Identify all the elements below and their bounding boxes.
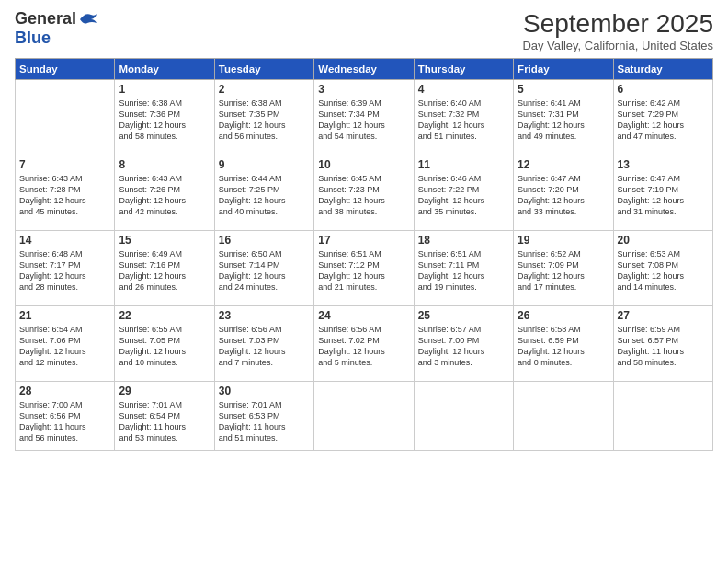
- cell-0-0: [16, 80, 115, 155]
- day-num-22: 22: [119, 309, 210, 322]
- cell-4-2: 30Sunrise: 7:01 AM Sunset: 6:53 PM Dayli…: [214, 382, 313, 451]
- day-num-20: 20: [618, 234, 709, 247]
- day-info-2: Sunrise: 6:38 AM Sunset: 7:35 PM Dayligh…: [219, 98, 310, 143]
- day-info-23: Sunrise: 6:56 AM Sunset: 7:03 PM Dayligh…: [219, 324, 310, 369]
- logo-general-text: General: [15, 9, 76, 29]
- day-num-23: 23: [219, 309, 310, 322]
- day-num-11: 11: [418, 158, 509, 171]
- day-info-28: Sunrise: 7:00 AM Sunset: 6:56 PM Dayligh…: [19, 399, 110, 444]
- logo-blue-text: Blue: [15, 29, 51, 48]
- location: Day Valley, California, United States: [522, 39, 713, 52]
- cell-2-2: 16Sunrise: 6:50 AM Sunset: 7:14 PM Dayli…: [214, 231, 313, 306]
- month-title: September 2025: [522, 9, 713, 39]
- day-info-25: Sunrise: 6:57 AM Sunset: 7:00 PM Dayligh…: [418, 324, 509, 369]
- day-info-15: Sunrise: 6:49 AM Sunset: 7:16 PM Dayligh…: [119, 248, 210, 293]
- day-info-13: Sunrise: 6:47 AM Sunset: 7:19 PM Dayligh…: [618, 173, 709, 218]
- cell-2-3: 17Sunrise: 6:51 AM Sunset: 7:12 PM Dayli…: [314, 231, 414, 306]
- cell-1-3: 10Sunrise: 6:45 AM Sunset: 7:23 PM Dayli…: [314, 155, 414, 231]
- cell-1-1: 8Sunrise: 6:43 AM Sunset: 7:26 PM Daylig…: [115, 155, 214, 231]
- day-info-1: Sunrise: 6:38 AM Sunset: 7:36 PM Dayligh…: [119, 98, 210, 143]
- day-num-24: 24: [318, 309, 409, 322]
- day-info-20: Sunrise: 6:53 AM Sunset: 7:08 PM Dayligh…: [618, 248, 709, 293]
- day-num-16: 16: [219, 234, 310, 247]
- day-num-25: 25: [418, 309, 509, 322]
- day-num-7: 7: [19, 158, 110, 171]
- cell-0-5: 5Sunrise: 6:41 AM Sunset: 7:31 PM Daylig…: [514, 80, 613, 155]
- day-num-15: 15: [119, 234, 210, 247]
- cell-3-3: 24Sunrise: 6:56 AM Sunset: 7:02 PM Dayli…: [314, 306, 414, 382]
- day-num-3: 3: [318, 83, 409, 96]
- title-block: September 2025 Day Valley, California, U…: [522, 9, 713, 52]
- cell-3-5: 26Sunrise: 6:58 AM Sunset: 6:59 PM Dayli…: [514, 306, 613, 382]
- day-num-27: 27: [618, 309, 709, 322]
- calendar-header-row: Sunday Monday Tuesday Wednesday Thursday…: [16, 59, 713, 80]
- day-info-27: Sunrise: 6:59 AM Sunset: 6:57 PM Dayligh…: [618, 324, 709, 369]
- logo-bird-icon: [78, 10, 98, 29]
- logo: General Blue: [15, 9, 98, 48]
- week-row-5: 28Sunrise: 7:00 AM Sunset: 6:56 PM Dayli…: [16, 382, 713, 451]
- cell-3-4: 25Sunrise: 6:57 AM Sunset: 7:00 PM Dayli…: [414, 306, 513, 382]
- day-num-8: 8: [119, 158, 210, 171]
- cell-4-5: [514, 382, 613, 451]
- calendar-table: Sunday Monday Tuesday Wednesday Thursday…: [15, 58, 713, 451]
- col-monday: Monday: [115, 59, 214, 80]
- day-num-13: 13: [618, 158, 709, 171]
- day-info-29: Sunrise: 7:01 AM Sunset: 6:54 PM Dayligh…: [119, 399, 210, 444]
- day-info-3: Sunrise: 6:39 AM Sunset: 7:34 PM Dayligh…: [318, 98, 409, 143]
- cell-2-5: 19Sunrise: 6:52 AM Sunset: 7:09 PM Dayli…: [514, 231, 613, 306]
- day-num-18: 18: [418, 234, 509, 247]
- day-info-16: Sunrise: 6:50 AM Sunset: 7:14 PM Dayligh…: [219, 248, 310, 293]
- day-num-12: 12: [518, 158, 609, 171]
- day-info-21: Sunrise: 6:54 AM Sunset: 7:06 PM Dayligh…: [19, 324, 110, 369]
- week-row-3: 14Sunrise: 6:48 AM Sunset: 7:17 PM Dayli…: [16, 231, 713, 306]
- day-info-14: Sunrise: 6:48 AM Sunset: 7:17 PM Dayligh…: [19, 248, 110, 293]
- day-info-6: Sunrise: 6:42 AM Sunset: 7:29 PM Dayligh…: [618, 98, 709, 143]
- col-thursday: Thursday: [414, 59, 513, 80]
- week-row-1: 1Sunrise: 6:38 AM Sunset: 7:36 PM Daylig…: [16, 80, 713, 155]
- day-num-6: 6: [618, 83, 709, 96]
- day-info-18: Sunrise: 6:51 AM Sunset: 7:11 PM Dayligh…: [418, 248, 509, 293]
- day-info-30: Sunrise: 7:01 AM Sunset: 6:53 PM Dayligh…: [219, 399, 310, 444]
- day-info-8: Sunrise: 6:43 AM Sunset: 7:26 PM Dayligh…: [119, 173, 210, 218]
- week-row-2: 7Sunrise: 6:43 AM Sunset: 7:28 PM Daylig…: [16, 155, 713, 231]
- day-num-10: 10: [318, 158, 409, 171]
- day-info-11: Sunrise: 6:46 AM Sunset: 7:22 PM Dayligh…: [418, 173, 509, 218]
- day-num-9: 9: [219, 158, 310, 171]
- cell-2-4: 18Sunrise: 6:51 AM Sunset: 7:11 PM Dayli…: [414, 231, 513, 306]
- cell-3-1: 22Sunrise: 6:55 AM Sunset: 7:05 PM Dayli…: [115, 306, 214, 382]
- cell-0-4: 4Sunrise: 6:40 AM Sunset: 7:32 PM Daylig…: [414, 80, 513, 155]
- day-num-26: 26: [518, 309, 609, 322]
- col-saturday: Saturday: [613, 59, 712, 80]
- cell-1-6: 13Sunrise: 6:47 AM Sunset: 7:19 PM Dayli…: [613, 155, 712, 231]
- col-wednesday: Wednesday: [314, 59, 414, 80]
- day-info-22: Sunrise: 6:55 AM Sunset: 7:05 PM Dayligh…: [119, 324, 210, 369]
- col-tuesday: Tuesday: [214, 59, 313, 80]
- cell-0-1: 1Sunrise: 6:38 AM Sunset: 7:36 PM Daylig…: [115, 80, 214, 155]
- day-num-21: 21: [19, 309, 110, 322]
- day-info-17: Sunrise: 6:51 AM Sunset: 7:12 PM Dayligh…: [318, 248, 409, 293]
- header: General Blue September 2025 Day Valley, …: [15, 9, 713, 52]
- day-num-5: 5: [518, 83, 609, 96]
- week-row-4: 21Sunrise: 6:54 AM Sunset: 7:06 PM Dayli…: [16, 306, 713, 382]
- day-num-30: 30: [219, 385, 310, 397]
- cell-3-0: 21Sunrise: 6:54 AM Sunset: 7:06 PM Dayli…: [16, 306, 115, 382]
- cell-4-4: [414, 382, 513, 451]
- cell-1-0: 7Sunrise: 6:43 AM Sunset: 7:28 PM Daylig…: [16, 155, 115, 231]
- col-sunday: Sunday: [16, 59, 115, 80]
- page: General Blue September 2025 Day Valley, …: [0, 0, 728, 563]
- day-info-26: Sunrise: 6:58 AM Sunset: 6:59 PM Dayligh…: [518, 324, 609, 369]
- day-num-4: 4: [418, 83, 509, 96]
- day-info-4: Sunrise: 6:40 AM Sunset: 7:32 PM Dayligh…: [418, 98, 509, 143]
- day-info-24: Sunrise: 6:56 AM Sunset: 7:02 PM Dayligh…: [318, 324, 409, 369]
- day-num-1: 1: [119, 83, 210, 96]
- day-num-19: 19: [518, 234, 609, 247]
- day-num-17: 17: [318, 234, 409, 247]
- day-info-19: Sunrise: 6:52 AM Sunset: 7:09 PM Dayligh…: [518, 248, 609, 293]
- cell-4-3: [314, 382, 414, 451]
- day-num-29: 29: [119, 385, 210, 397]
- cell-0-6: 6Sunrise: 6:42 AM Sunset: 7:29 PM Daylig…: [613, 80, 712, 155]
- cell-4-1: 29Sunrise: 7:01 AM Sunset: 6:54 PM Dayli…: [115, 382, 214, 451]
- cell-2-1: 15Sunrise: 6:49 AM Sunset: 7:16 PM Dayli…: [115, 231, 214, 306]
- cell-2-0: 14Sunrise: 6:48 AM Sunset: 7:17 PM Dayli…: [16, 231, 115, 306]
- day-num-2: 2: [219, 83, 310, 96]
